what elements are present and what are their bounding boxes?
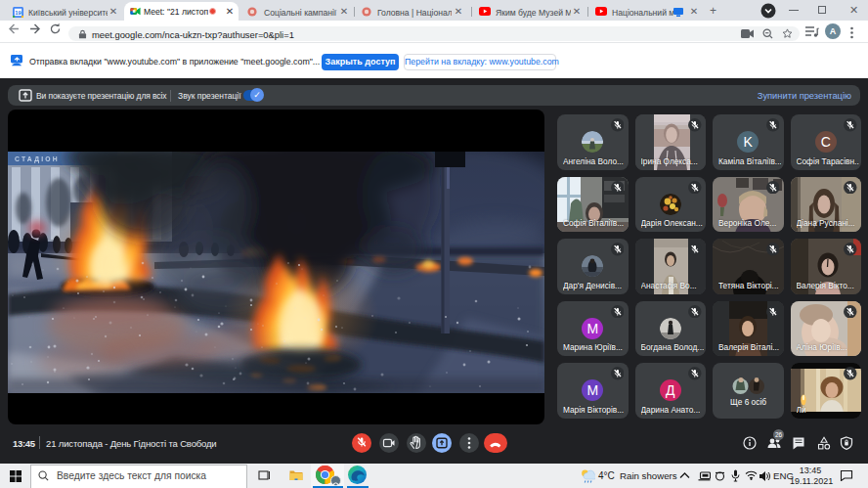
svg-text:Ще 6 осіб: Ще 6 осіб <box>730 397 766 407</box>
svg-text:19: 19 <box>15 10 22 16</box>
svg-text:СТАДІОН: СТАДІОН <box>15 155 60 163</box>
